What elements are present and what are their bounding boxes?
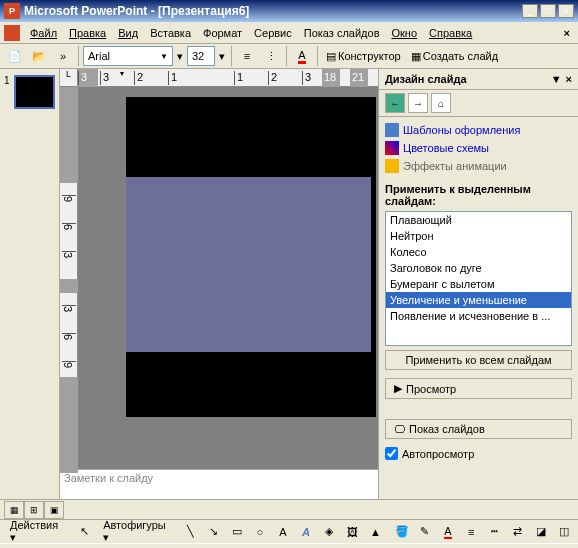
autopreview-input[interactable] (385, 447, 398, 460)
effect-item[interactable]: Бумеранг с вылетом (386, 276, 571, 292)
menu-tools[interactable]: Сервис (248, 25, 298, 41)
line-style-button[interactable]: ≡ (461, 521, 481, 543)
close-button[interactable]: × (558, 4, 574, 18)
chevron-down-icon: ▼ (160, 52, 168, 61)
normal-view-button[interactable]: ▦ (4, 501, 24, 519)
3d-button[interactable]: ◫ (554, 521, 574, 543)
effects-icon (385, 159, 399, 173)
nav-back-button[interactable]: ← (385, 93, 405, 113)
arrow-style-button[interactable]: ⇄ (507, 521, 527, 543)
font-name: Arial (88, 50, 110, 62)
link-templates[interactable]: Шаблоны оформления (385, 121, 572, 139)
main-workspace: 1 L 3 3 ▾ 2 1 1 2 3 18 21 9 (0, 69, 578, 499)
maximize-button[interactable]: □ (540, 4, 556, 18)
effect-item[interactable]: Заголовок по дуге (386, 260, 571, 276)
task-pane-dropdown[interactable]: ▼ (551, 73, 562, 85)
menu-view[interactable]: Вид (112, 25, 144, 41)
task-pane: Дизайн слайда ▼ × ← → ⌂ Шаблоны оформлен… (378, 69, 578, 499)
nav-home-button[interactable]: ⌂ (431, 93, 451, 113)
toolbar-overflow[interactable]: » (52, 45, 74, 67)
title-bar: P Microsoft PowerPoint - [Презентация6] … (0, 0, 578, 22)
font-dropdown[interactable]: ▾ (175, 45, 185, 67)
horizontal-ruler[interactable]: 3 3 ▾ 2 1 1 2 3 18 21 (78, 69, 378, 87)
new-slide-icon: ▦ (411, 50, 421, 63)
fill-color-button[interactable]: 🪣 (392, 521, 412, 543)
arrow-button[interactable]: ↘ (203, 521, 223, 543)
nav-forward-button[interactable]: → (408, 93, 428, 113)
doc-icon (4, 25, 20, 41)
font-color-button[interactable]: A (291, 45, 313, 67)
preview-button[interactable]: ▶ Просмотр (385, 378, 572, 399)
animation-effects-list[interactable]: Плавающий Нейтрон Колесо Заголовок по ду… (385, 211, 572, 346)
new-slide-button[interactable]: ▦ Создать слайд (407, 50, 502, 63)
slide-number: 1 (4, 75, 12, 109)
screen-icon: 🖵 (394, 423, 405, 435)
slideshow-button[interactable]: 🖵 Показ слайдов (385, 419, 572, 439)
slide-preview (14, 75, 56, 109)
app-icon: P (4, 3, 20, 19)
picture-button[interactable]: ▲ (365, 521, 385, 543)
menu-edit[interactable]: Правка (63, 25, 112, 41)
window-title: Microsoft PowerPoint - [Презентация6] (24, 4, 522, 18)
menu-window[interactable]: Окно (386, 25, 424, 41)
numbering-button[interactable]: ⋮ (260, 45, 282, 67)
font-selector[interactable]: Arial ▼ (83, 46, 173, 66)
menu-insert[interactable]: Вставка (144, 25, 197, 41)
slide-editor: L 3 3 ▾ 2 1 1 2 3 18 21 9 6 3 (60, 69, 378, 499)
shadow-button[interactable]: ◪ (531, 521, 551, 543)
font-size-selector[interactable]: 32 (187, 46, 215, 66)
draw-actions-menu[interactable]: Действия ▾ (4, 517, 68, 546)
font-color-button-2[interactable]: A (438, 521, 458, 543)
menu-bar: Файл Правка Вид Вставка Формат Сервис По… (0, 22, 578, 44)
minimize-button[interactable]: _ (522, 4, 538, 18)
link-animation-effects[interactable]: Эффекты анимации (385, 157, 572, 175)
task-pane-links: Шаблоны оформления Цветовые схемы Эффект… (379, 117, 578, 179)
play-icon: ▶ (394, 382, 402, 395)
effect-item[interactable]: Плавающий (386, 212, 571, 228)
status-bar: Слайд 1 из 1 Оформление по умолчанию рус… (0, 543, 578, 548)
menu-slideshow[interactable]: Показ слайдов (298, 25, 386, 41)
link-color-schemes[interactable]: Цветовые схемы (385, 139, 572, 157)
effect-item[interactable]: Колесо (386, 244, 571, 260)
oval-button[interactable]: ○ (250, 521, 270, 543)
drawing-toolbar: Действия ▾ ↖ Автофигуры ▾ ╲ ↘ ▭ ○ A A ◈ … (0, 519, 578, 543)
clipart-button[interactable]: 🖼 (342, 521, 362, 543)
task-pane-close[interactable]: × (566, 73, 572, 85)
bullets-button[interactable]: ≡ (236, 45, 258, 67)
mdi-close-button[interactable]: × (560, 27, 574, 39)
apply-label: Применить к выделенным слайдам: (379, 179, 578, 211)
dash-style-button[interactable]: ┅ (484, 521, 504, 543)
colors-icon (385, 141, 399, 155)
vertical-ruler[interactable]: 9 6 3 3 6 9 (60, 87, 78, 467)
size-dropdown[interactable]: ▾ (217, 45, 227, 67)
textbox-button[interactable]: A (273, 521, 293, 543)
menu-format[interactable]: Формат (197, 25, 248, 41)
apply-all-button[interactable]: Применить ко всем слайдам (385, 350, 572, 370)
menu-file[interactable]: Файл (24, 25, 63, 41)
notes-pane[interactable]: Заметки к слайду (60, 469, 378, 499)
thumbnail-slide-1[interactable]: 1 (4, 75, 55, 109)
designer-button[interactable]: ▤ Конструктор (322, 50, 405, 63)
open-button[interactable]: 📂 (28, 45, 50, 67)
ruler-origin: L (60, 69, 78, 87)
effect-item-selected[interactable]: Увеличение и уменьшение (386, 292, 571, 308)
autopreview-checkbox[interactable]: Автопросмотр (385, 447, 572, 460)
rectangle-button[interactable]: ▭ (227, 521, 247, 543)
new-button[interactable]: 📄 (4, 45, 26, 67)
sorter-view-button[interactable]: ⊞ (24, 501, 44, 519)
line-button[interactable]: ╲ (180, 521, 200, 543)
line-color-button[interactable]: ✎ (415, 521, 435, 543)
effect-item[interactable]: Появление и исчезновение в ... (386, 308, 571, 324)
slideshow-view-button[interactable]: ▣ (44, 501, 64, 519)
autoshapes-menu[interactable]: Автофигуры ▾ (97, 517, 174, 546)
select-arrow-button[interactable]: ↖ (74, 521, 94, 543)
wordart-button[interactable]: A (296, 521, 316, 543)
view-buttons-bar: ▦ ⊞ ▣ (0, 499, 578, 519)
diagram-button[interactable]: ◈ (319, 521, 339, 543)
notes-placeholder: Заметки к слайду (64, 472, 153, 484)
menu-help[interactable]: Справка (423, 25, 478, 41)
effect-item[interactable]: Нейтрон (386, 228, 571, 244)
task-pane-header: Дизайн слайда ▼ × (379, 69, 578, 90)
status-icon[interactable]: ▥ (548, 544, 570, 549)
slide-canvas[interactable] (96, 87, 378, 467)
